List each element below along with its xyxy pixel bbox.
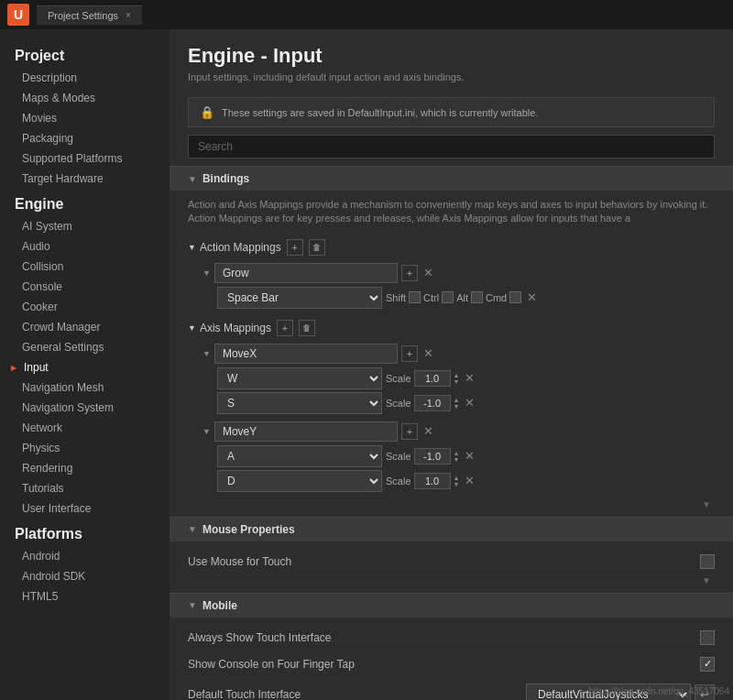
grow-add-btn[interactable]: +	[401, 265, 418, 281]
scale-w-up-icon[interactable]: ▲	[454, 372, 460, 378]
tab-bar: Project Settings ×	[37, 5, 142, 25]
search-input[interactable]	[188, 135, 715, 159]
movey-d-scale: Scale ▲ ▼	[386, 473, 459, 489]
movey-d-delete-btn[interactable]: ✕	[463, 474, 476, 487]
sidebar-item-description[interactable]: Description	[0, 68, 170, 88]
grow-key-select[interactable]: Space Bar	[217, 287, 382, 309]
sidebar-item-network[interactable]: Network	[0, 418, 170, 438]
movex-w-delete-btn[interactable]: ✕	[463, 371, 476, 385]
mouse-properties-header[interactable]: ▼ Mouse Properties	[170, 517, 733, 541]
movey-d-scale-input[interactable]	[414, 473, 451, 489]
scale-d-arrows[interactable]: ▲ ▼	[454, 475, 460, 487]
scale-a-down-icon[interactable]: ▼	[454, 456, 460, 463]
scale-a-up-icon[interactable]: ▲	[454, 450, 460, 456]
movey-a-scale: Scale ▲ ▼	[386, 448, 459, 465]
tab-close-btn[interactable]: ×	[126, 10, 131, 20]
sidebar-item-physics[interactable]: Physics	[0, 438, 170, 458]
sidebar-item-crowd-manager[interactable]: Crowd Manager	[0, 317, 170, 337]
sidebar-item-cooker[interactable]: Cooker	[0, 297, 170, 317]
scale-a-arrows[interactable]: ▲ ▼	[454, 450, 460, 463]
ue-logo: U	[7, 4, 29, 26]
sidebar-item-maps-modes[interactable]: Maps & Modes	[0, 88, 170, 108]
movex-w-scale-input[interactable]	[414, 370, 451, 387]
grow-key-row: Space Bar Shift Ctrl Alt Cmd ✕	[217, 287, 715, 309]
show-console-checkbox[interactable]	[700, 657, 715, 672]
action-mappings-label: ▼ Action Mappings	[188, 241, 281, 254]
movex-s-select[interactable]: S	[217, 392, 382, 414]
movex-add-btn[interactable]: +	[401, 345, 418, 362]
sidebar-item-android[interactable]: Android	[0, 546, 170, 566]
action-mappings-add-btn[interactable]: +	[287, 239, 303, 256]
movex-name-input[interactable]	[214, 344, 398, 364]
movex-delete-btn[interactable]: ✕	[421, 346, 435, 360]
scale-d-up-icon[interactable]: ▲	[454, 475, 460, 481]
sidebar-item-input[interactable]: Input	[0, 357, 170, 377]
shift-checkbox[interactable]	[409, 291, 421, 303]
sidebar-item-collision[interactable]: Collision	[0, 257, 170, 277]
movey-a-select[interactable]: A	[217, 445, 382, 467]
scale-d-down-icon[interactable]: ▼	[454, 481, 460, 487]
search-bar	[188, 135, 715, 159]
use-mouse-touch-control	[700, 554, 715, 569]
alt-checkbox[interactable]	[471, 291, 483, 303]
scale-a-label: Scale	[386, 451, 411, 462]
sidebar-item-rendering[interactable]: Rendering	[0, 458, 170, 478]
bindings-section-content: Action and Axis Mappings provide a mecha…	[170, 191, 733, 517]
default-touch-label: Default Touch Interface	[188, 688, 526, 700]
movey-add-btn[interactable]: +	[401, 423, 418, 440]
axis-mappings-delete-btn[interactable]: 🗑	[299, 320, 315, 336]
use-mouse-touch-checkbox[interactable]	[700, 554, 715, 569]
bindings-section-header[interactable]: ▼ Bindings	[170, 166, 733, 191]
movey-a-delete-btn[interactable]: ✕	[463, 449, 476, 463]
sidebar-item-audio[interactable]: Audio	[0, 236, 170, 257]
sidebar-section-project: Project	[0, 40, 170, 68]
sidebar-item-ai-system[interactable]: AI System	[0, 216, 170, 236]
movex-w-scale: Scale ▲ ▼	[386, 370, 459, 387]
movex-header: ▼ + ✕	[202, 344, 715, 364]
sidebar-item-html5[interactable]: HTML5	[0, 586, 170, 607]
sidebar-item-general-settings[interactable]: General Settings	[0, 337, 170, 357]
sidebar-item-supported-platforms[interactable]: Supported Platforms	[0, 148, 170, 169]
grow-name-input[interactable]	[214, 263, 398, 283]
bindings-description: Action and Axis Mappings provide a mecha…	[188, 198, 715, 226]
movey-header: ▼ + ✕	[202, 421, 715, 442]
sidebar-section-engine: Engine	[0, 189, 170, 216]
action-mappings-delete-btn[interactable]: 🗑	[309, 239, 325, 256]
movex-s-scale-input[interactable]	[414, 395, 451, 411]
scale-w-down-icon[interactable]: ▼	[454, 378, 460, 385]
mouse-props-arrow-icon: ▼	[188, 524, 197, 534]
scale-s-up-icon[interactable]: ▲	[454, 397, 460, 403]
content-header: Engine - Input Input settings, including…	[170, 29, 733, 90]
axis-mappings-add-btn[interactable]: +	[277, 320, 293, 336]
movey-delete-btn[interactable]: ✕	[421, 424, 435, 438]
always-show-touch-checkbox[interactable]	[700, 630, 715, 645]
mobile-section: ▼ Mobile Always Show Touch Interface Sho…	[170, 593, 733, 700]
axis-mapping-movey: ▼ + ✕ A Scale ▲	[202, 421, 715, 492]
movex-arrow-icon: ▼	[202, 349, 211, 358]
scale-s-down-icon[interactable]: ▼	[454, 403, 460, 410]
movex-w-select[interactable]: W	[217, 367, 382, 389]
sidebar-item-navigation-mesh[interactable]: Navigation Mesh	[0, 377, 170, 398]
movey-name-input[interactable]	[214, 421, 398, 442]
sidebar-item-packaging[interactable]: Packaging	[0, 128, 170, 148]
sidebar-item-movies[interactable]: Movies	[0, 108, 170, 128]
sidebar-item-console[interactable]: Console	[0, 277, 170, 297]
scale-w-arrows[interactable]: ▲ ▼	[454, 372, 460, 385]
ctrl-checkbox[interactable]	[442, 291, 454, 303]
grow-key-delete-btn[interactable]: ✕	[525, 290, 539, 304]
bindings-arrow-icon: ▼	[188, 174, 197, 184]
grow-delete-btn[interactable]: ✕	[421, 266, 435, 279]
sidebar-item-user-interface[interactable]: User Interface	[0, 498, 170, 519]
scale-s-arrows[interactable]: ▲ ▼	[454, 397, 460, 410]
movey-d-select[interactable]: D	[217, 470, 382, 492]
sidebar-item-android-sdk[interactable]: Android SDK	[0, 566, 170, 586]
movex-s-delete-btn[interactable]: ✕	[463, 396, 476, 410]
sidebar-item-tutorials[interactable]: Tutorials	[0, 478, 170, 498]
mobile-section-header[interactable]: ▼ Mobile	[170, 593, 733, 618]
project-settings-tab[interactable]: Project Settings ×	[37, 5, 142, 25]
sidebar-item-target-hardware[interactable]: Target Hardware	[0, 169, 170, 189]
cmd-checkbox[interactable]	[509, 291, 521, 303]
movey-a-scale-input[interactable]	[414, 448, 451, 465]
content-area: Engine - Input Input settings, including…	[170, 29, 733, 700]
sidebar-item-navigation-system[interactable]: Navigation System	[0, 398, 170, 418]
